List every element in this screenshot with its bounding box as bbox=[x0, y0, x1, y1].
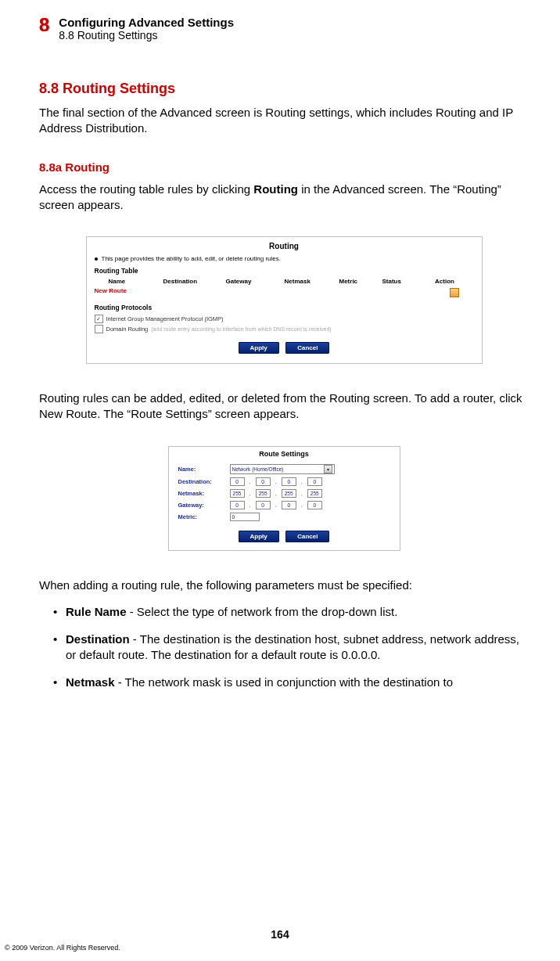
breadcrumb: 8.8 Routing Settings bbox=[59, 29, 234, 41]
col-action: Action bbox=[425, 278, 465, 285]
page-number: 164 bbox=[0, 928, 560, 941]
params-intro: When adding a routing rule, the followin… bbox=[39, 578, 529, 593]
subsection-title: 8.8a Routing bbox=[39, 160, 529, 174]
netmask-octet-4[interactable]: 255 bbox=[307, 489, 322, 498]
cancel-button[interactable]: Cancel bbox=[285, 531, 329, 542]
subsection-intro: Access the routing table rules by clicki… bbox=[39, 182, 529, 214]
domain-routing-checkbox[interactable] bbox=[95, 325, 103, 333]
domain-routing-hint: (add route entry according to interface … bbox=[151, 326, 331, 332]
col-destination: Destination bbox=[163, 278, 226, 285]
col-status: Status bbox=[382, 278, 425, 285]
chapter-number: 8 bbox=[39, 16, 49, 34]
apply-button[interactable]: Apply bbox=[239, 342, 279, 354]
route-settings-screenshot: Route Settings Name: Network (Home/Offic… bbox=[168, 446, 400, 551]
chapter-title: Configuring Advanced Settings bbox=[59, 16, 234, 29]
gateway-octet-4[interactable]: 0 bbox=[307, 501, 322, 509]
gateway-octet-1[interactable]: 0 bbox=[230, 501, 245, 509]
section-intro: The final section of the Advanced screen… bbox=[39, 105, 529, 137]
netmask-octet-2[interactable]: 255 bbox=[256, 489, 271, 498]
params-list: Rule Name - Select the type of network f… bbox=[39, 604, 529, 690]
apply-button[interactable]: Apply bbox=[239, 531, 279, 542]
gateway-octet-2[interactable]: 0 bbox=[256, 501, 271, 509]
routing-panel-note: This page provides the ability to add, e… bbox=[95, 255, 474, 262]
destination-octet-1[interactable]: 0 bbox=[230, 477, 245, 486]
igmp-label: Internet Group Management Protocol (IGMP… bbox=[106, 315, 224, 322]
col-gateway: Gateway bbox=[226, 278, 285, 285]
igmp-checkbox[interactable]: ✓ bbox=[95, 315, 103, 323]
gateway-label: Gateway: bbox=[178, 502, 225, 509]
metric-input[interactable]: 0 bbox=[230, 513, 260, 521]
list-item: Netmask - The network mask is used in co… bbox=[53, 675, 529, 690]
list-item: Destination - The destination is the des… bbox=[53, 632, 529, 662]
col-netmask: Netmask bbox=[285, 278, 339, 285]
netmask-octet-3[interactable]: 255 bbox=[282, 489, 296, 498]
name-label: Name: bbox=[178, 466, 225, 473]
col-metric: Metric bbox=[339, 278, 382, 285]
netmask-label: Netmask: bbox=[178, 490, 225, 497]
list-item: Rule Name - Select the type of network f… bbox=[53, 604, 529, 620]
section-title: 8.8 Routing Settings bbox=[39, 81, 529, 97]
page-header: 8 Configuring Advanced Settings 8.8 Rout… bbox=[39, 16, 529, 41]
routing-screenshot: Routing This page provides the ability t… bbox=[86, 236, 483, 364]
metric-label: Metric: bbox=[178, 513, 225, 520]
cancel-button[interactable]: Cancel bbox=[285, 342, 329, 354]
domain-routing-label: Domain Routing bbox=[106, 326, 149, 333]
routing-panel-title: Routing bbox=[95, 242, 474, 250]
routing-table-heading: Routing Table bbox=[95, 267, 474, 275]
copyright: © 2009 Verizon. All Rights Reserved. bbox=[5, 944, 120, 952]
gateway-octet-3[interactable]: 0 bbox=[282, 501, 296, 509]
col-name: Name bbox=[95, 278, 163, 285]
netmask-octet-1[interactable]: 255 bbox=[230, 489, 245, 498]
destination-octet-2[interactable]: 0 bbox=[256, 477, 271, 486]
mid-paragraph: Routing rules can be added, edited, or d… bbox=[39, 391, 529, 423]
destination-octet-4[interactable]: 0 bbox=[307, 477, 322, 486]
destination-label: Destination: bbox=[178, 478, 225, 485]
new-route-link[interactable]: New Route bbox=[95, 286, 435, 301]
routing-table-header: Name Destination Gateway Netmask Metric … bbox=[95, 277, 474, 286]
chevron-down-icon: ▾ bbox=[324, 465, 332, 473]
routing-protocols-heading: Routing Protocols bbox=[95, 304, 474, 311]
add-route-icon[interactable] bbox=[450, 288, 459, 297]
destination-octet-3[interactable]: 0 bbox=[282, 477, 296, 486]
route-settings-title: Route Settings bbox=[169, 448, 400, 458]
name-select[interactable]: Network (Home/Office) ▾ bbox=[230, 464, 335, 474]
